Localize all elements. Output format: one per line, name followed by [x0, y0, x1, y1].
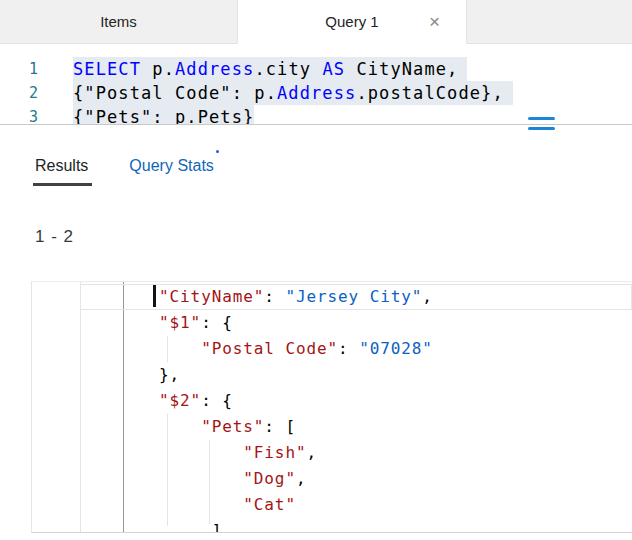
- query-line-text[interactable]: {"Pets": p.Pets}: [73, 105, 254, 124]
- document-tab-bar: Items Query 1 ×: [0, 0, 632, 44]
- json-row[interactable]: "Fish",: [159, 440, 632, 466]
- json-row[interactable]: "CityName": "Jersey City",: [159, 284, 632, 310]
- json-row[interactable]: ]: [159, 518, 632, 533]
- tab-items[interactable]: Items: [0, 0, 237, 44]
- indent-guide: [80, 282, 81, 532]
- line-number: 2: [0, 81, 38, 105]
- tab-query1-label: Query 1: [325, 13, 378, 30]
- indent-guide-active: [123, 282, 124, 532]
- splitter-handle[interactable]: [528, 117, 555, 131]
- blue-dot-icon: [216, 150, 219, 153]
- json-row[interactable]: "Pets": [: [159, 414, 632, 440]
- json-row[interactable]: "Cat": [159, 492, 632, 518]
- json-row[interactable]: "$1": {: [159, 310, 632, 336]
- query-editor-lines: 1SELECT p.Address.city AS CityName,2{"Po…: [0, 44, 632, 124]
- text-cursor: [153, 285, 156, 307]
- json-row[interactable]: "$2": {: [159, 388, 632, 414]
- tab-items-label: Items: [100, 13, 137, 30]
- json-result-rows: "CityName": "Jersey City","$1": { "Posta…: [159, 284, 632, 533]
- tab-query-stats-label: Query Stats: [129, 157, 213, 174]
- tab-query-stats[interactable]: Query Stats: [129, 157, 213, 183]
- json-row[interactable]: "Dog",: [159, 466, 632, 492]
- json-row[interactable]: "Postal Code": "07028": [159, 336, 632, 362]
- cosmos-query-screen: Items Query 1 × 1SELECT p.Address.city A…: [0, 0, 632, 540]
- close-icon[interactable]: ×: [429, 11, 440, 30]
- line-number: 3: [0, 105, 38, 124]
- tab-query1[interactable]: Query 1 ×: [237, 0, 467, 44]
- query-editor[interactable]: 1SELECT p.Address.city AS CityName,2{"Po…: [0, 44, 632, 124]
- tab-results-label: Results: [35, 157, 88, 174]
- tab-results[interactable]: Results: [33, 157, 92, 186]
- splitter-line-icon: [528, 127, 555, 130]
- query-line[interactable]: 2{"Postal Code": p.Address.postalCode},: [0, 81, 632, 105]
- results-json-editor[interactable]: "CityName": "Jersey City","$1": { "Posta…: [31, 281, 632, 533]
- line-number: 1: [0, 57, 38, 81]
- results-tab-strip: Results Query Stats: [35, 157, 214, 186]
- result-range-label: 1 - 2: [35, 227, 74, 247]
- json-row[interactable]: },: [159, 362, 632, 388]
- query-line-text[interactable]: {"Postal Code": p.Address.postalCode},: [73, 81, 513, 105]
- tab-bar-filler: [467, 0, 632, 44]
- splitter-line-icon: [528, 117, 555, 120]
- query-line-text[interactable]: SELECT p.Address.city AS CityName,: [73, 57, 467, 81]
- query-line[interactable]: 1SELECT p.Address.city AS CityName,: [0, 57, 632, 81]
